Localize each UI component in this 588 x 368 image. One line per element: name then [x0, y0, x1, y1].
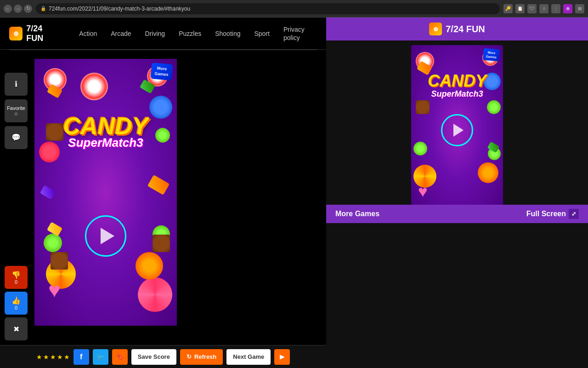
game-title: CANDY: [51, 114, 161, 138]
save-score-label: Save Score: [138, 353, 170, 360]
ad-candy-4: [487, 100, 501, 114]
ad-bottom-bar: More Games Full Screen ⤢: [326, 205, 588, 223]
share-icon: ✖: [13, 325, 19, 334]
next-game-label: Next Game: [233, 353, 264, 360]
ext-star-icon[interactable]: ☆: [539, 4, 548, 13]
refresh-label: Refresh: [194, 353, 216, 360]
back-button[interactable]: ←: [4, 5, 12, 13]
ad-title: 7/24 FUN: [446, 24, 485, 34]
heart-candy: ♥: [48, 280, 71, 303]
bottom-left-actions: 👎 0 👍 0 ✖: [5, 266, 28, 340]
more-games-link[interactable]: More Games: [335, 210, 379, 218]
url-text: 724fun.com/2022/11/09/candy-match-3-arca…: [49, 6, 190, 12]
ad-play-triangle-icon: [453, 124, 464, 137]
star-rating[interactable]: ★ ★ ★ ★ ★: [36, 353, 70, 361]
forward-button[interactable]: →: [14, 5, 22, 13]
star-4: ★: [57, 353, 63, 361]
star-1: ★: [36, 353, 42, 361]
dislike-button[interactable]: 👎 0: [5, 266, 28, 289]
brown-cookie-3: [153, 235, 170, 252]
ad-heart-candy: ♥: [418, 183, 436, 201]
comment-button[interactable]: 💬: [5, 126, 28, 149]
ad-candy-5: [413, 142, 427, 155]
site-logo[interactable]: ⊕ 7/24 FUN: [9, 24, 61, 43]
bottom-toolbar: ★ ★ ★ ★ ★ f 🐦 🔖 Save Score ↻ Refresh Nex…: [0, 345, 326, 368]
reload-button[interactable]: ↻: [24, 5, 32, 13]
lock-icon: 🔒: [40, 6, 46, 11]
candy-deco-9: [147, 175, 170, 195]
ext-shield-icon[interactable]: 🛡: [527, 4, 537, 13]
twitter-icon: 🐦: [96, 353, 104, 361]
header-divider: [9, 50, 317, 50]
play-button[interactable]: [85, 215, 126, 257]
website-area: ⊕ 7/24 FUN Action Arcade Driving Puzzles…: [0, 17, 326, 368]
fullscreen-icon: ⤢: [569, 209, 579, 219]
nav-sport[interactable]: Sport: [254, 30, 269, 37]
nav-privacy[interactable]: Privacy policy: [283, 26, 305, 41]
left-sidebar: ℹ Favorite ☆ 💬: [5, 73, 28, 149]
ad-play-button[interactable]: [441, 114, 473, 146]
ad-more-games-badge[interactable]: MoreGames: [483, 48, 500, 62]
nav-puzzles[interactable]: Puzzles: [179, 30, 201, 37]
game-canvas[interactable]: ♥ CANDY SuperMatch3 MoreGames: [34, 59, 177, 326]
nav-driving[interactable]: Driving: [145, 30, 165, 37]
candy-deco-2: [80, 73, 108, 100]
star-3: ★: [50, 353, 56, 361]
ext-copy-icon[interactable]: 📋: [515, 4, 525, 13]
ad-candy-8: [478, 162, 498, 183]
site-header: ⊕ 7/24 FUN Action Arcade Driving Puzzles…: [0, 17, 326, 50]
bookmark-button[interactable]: 🔖: [112, 349, 128, 365]
address-bar[interactable]: 🔒 724fun.com/2022/11/09/candy-match-3-ar…: [36, 3, 500, 14]
nav-shooting[interactable]: Shooting: [215, 30, 240, 37]
refresh-button[interactable]: ↻ Refresh: [180, 349, 223, 365]
logo-text: 7/24 FUN: [26, 24, 61, 43]
candy-deco-11: [44, 234, 62, 252]
ad-candy-title-area: CANDY SuperMatch3: [420, 73, 494, 99]
candy-deco-15: [136, 252, 163, 280]
bookmark-icon: 🔖: [116, 353, 124, 360]
twitter-share-button[interactable]: 🐦: [93, 349, 108, 365]
info-button[interactable]: ℹ: [5, 73, 28, 96]
ad-game-title: CANDY: [428, 71, 486, 90]
nav-arcade[interactable]: Arcade: [111, 30, 131, 37]
ext-menu-icon[interactable]: ⋮: [551, 4, 560, 13]
star-2: ★: [43, 353, 49, 361]
game-title-area: CANDY SuperMatch3: [51, 114, 161, 150]
play-triangle-icon: [101, 228, 114, 244]
next-game-icon-button[interactable]: ▶: [274, 349, 290, 365]
main-nav: Action Arcade Driving Puzzles Shooting S…: [79, 25, 317, 42]
next-game-button[interactable]: Next Game: [226, 349, 271, 365]
info-icon: ℹ: [15, 80, 17, 88]
favorite-label: Favorite: [7, 105, 25, 111]
facebook-share-button[interactable]: f: [74, 349, 89, 365]
logo-icon: ⊕: [9, 27, 23, 40]
ad-logo-icon: ⊕: [429, 23, 442, 35]
candy-deco-14: [138, 277, 172, 312]
candy-deco-10: [40, 185, 56, 199]
more-games-badge[interactable]: MoreGames: [151, 63, 173, 80]
nav-action[interactable]: Action: [79, 30, 97, 37]
comment-icon: 💬: [11, 133, 21, 142]
favorite-button[interactable]: Favorite ☆: [5, 99, 28, 122]
favorite-star-icon: ☆: [14, 111, 18, 117]
like-button[interactable]: 👍 0: [5, 292, 28, 315]
browser-nav-controls[interactable]: ← → ↻: [4, 5, 32, 13]
share-button[interactable]: ✖: [5, 317, 28, 340]
dislike-count: 0: [15, 279, 17, 285]
ext-extra-icon[interactable]: ⊞: [575, 4, 584, 13]
ad-brown-cookie: [416, 100, 430, 114]
refresh-icon: ↻: [187, 353, 192, 360]
ad-header: ⊕ 7/24 FUN: [326, 17, 588, 40]
ext-brand-icon[interactable]: ⊕: [563, 4, 572, 13]
next-icon: ▶: [280, 353, 284, 360]
fullscreen-button[interactable]: Full Screen ⤢: [526, 209, 579, 219]
ad-panel: ⊕ 7/24 FUN ♥ CANDY SuperMatch3 MoreGames: [326, 17, 588, 368]
thumbs-down-icon: 👎: [11, 270, 21, 279]
star-5: ★: [64, 353, 70, 361]
save-score-button[interactable]: Save Score: [131, 349, 176, 365]
browser-chrome: ← → ↻ 🔒 724fun.com/2022/11/09/candy-matc…: [0, 0, 588, 17]
browser-extensions: 🔑 📋 🛡 ☆ ⋮ ⊕ ⊞: [503, 4, 584, 13]
ad-game-preview[interactable]: ♥ CANDY SuperMatch3 MoreGames: [411, 45, 503, 215]
ext-key-icon[interactable]: 🔑: [503, 4, 513, 13]
thumbs-up-icon: 👍: [11, 296, 21, 305]
